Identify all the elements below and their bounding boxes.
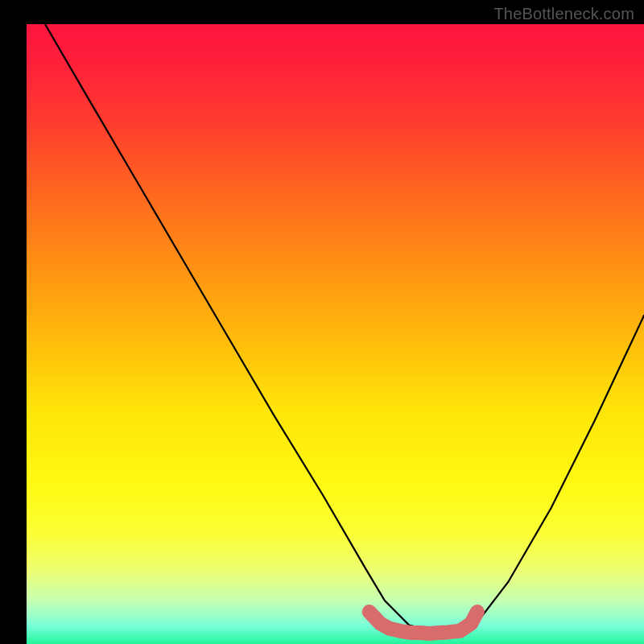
bottleneck-curve [45, 24, 644, 632]
optimal-range-marker [369, 612, 477, 634]
watermark-text: TheBottleneck.com [493, 5, 634, 23]
chart-canvas: TheBottleneck.com [0, 0, 644, 644]
plot-overlay [27, 24, 644, 644]
